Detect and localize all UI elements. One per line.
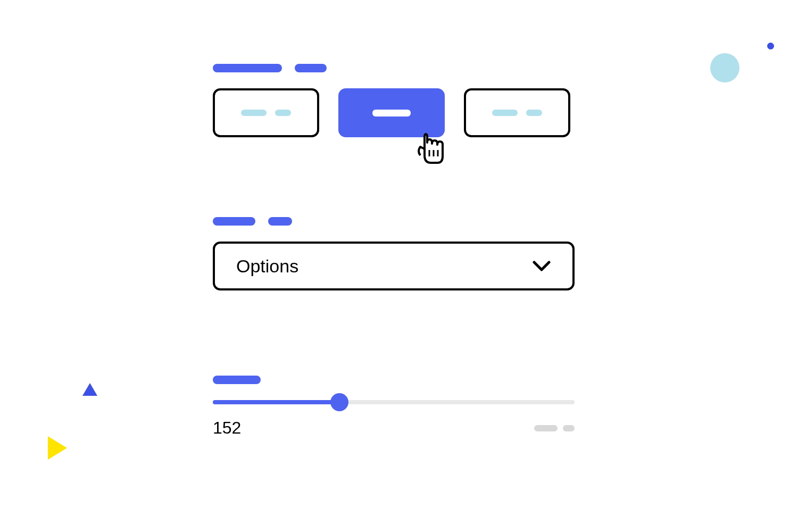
card-option-3[interactable] [464,88,570,137]
label-placeholder [213,64,282,72]
slider-track[interactable] [213,400,575,404]
decorative-circle-small [767,43,774,49]
card-option-1[interactable] [213,88,319,137]
card-placeholder [372,110,411,117]
slider-fill [213,400,339,404]
card-placeholder [275,110,291,116]
label-placeholder [213,376,261,384]
label-placeholder [213,217,255,226]
slider-value: 152 [213,418,241,438]
options-select[interactable]: Options [213,242,575,290]
card-option-2-active[interactable] [338,88,445,137]
chevron-down-icon [532,260,551,272]
card-placeholder [526,110,542,116]
decorative-triangle-yellow [48,436,67,460]
slider-max-placeholder [534,425,575,431]
label-placeholder [295,64,327,72]
placeholder [534,425,558,431]
slider-label [213,376,575,384]
cards-label [213,64,575,72]
decorative-circle-large [710,53,739,82]
placeholder [563,425,575,431]
label-placeholder [268,217,292,226]
select-label [213,217,575,226]
card-placeholder [492,110,518,116]
select-value: Options [236,256,298,277]
card-placeholder [241,110,267,116]
slider-thumb[interactable] [330,393,348,411]
decorative-triangle-blue [82,383,97,396]
cards-row [213,88,575,137]
